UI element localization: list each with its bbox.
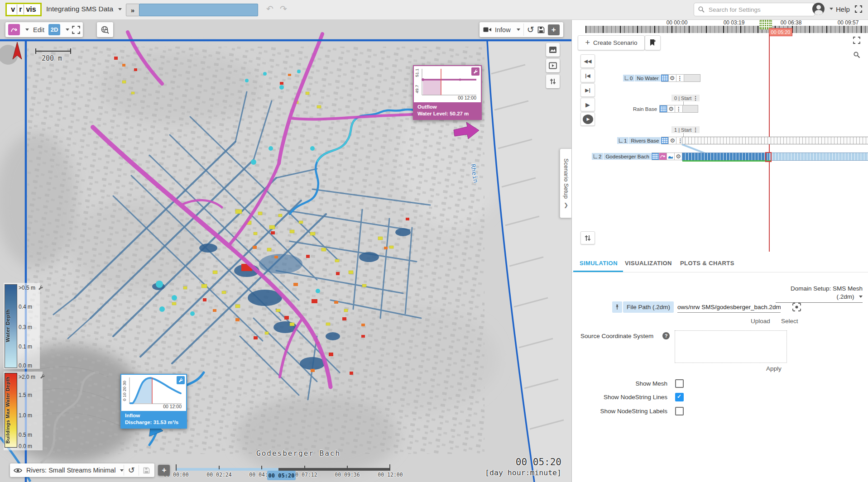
track-rivers-base[interactable]: 1 Rivers Base (617, 137, 684, 144)
start-marker[interactable]: 1 | Start (671, 126, 700, 133)
show-nodestring-labels-checkbox[interactable] (675, 407, 684, 415)
zoom-icon[interactable] (853, 51, 860, 58)
tab-visualization[interactable]: VISUALIZATION (625, 260, 672, 267)
marker-menu-icon[interactable] (693, 95, 698, 101)
track-grid-button[interactable] (661, 137, 669, 144)
track-rain-base[interactable]: Rain Base (633, 105, 698, 113)
account-chevron-icon[interactable] (830, 8, 833, 10)
track-settings-button[interactable] (675, 153, 682, 160)
track-name[interactable]: Godesberger Bach (604, 153, 652, 160)
create-scenario-button[interactable]: Create Scenario (578, 35, 645, 50)
file-path-input[interactable]: ows/nrw SMS/godesberger_bach.2dm (677, 301, 781, 313)
visibility-toggle[interactable] (11, 468, 24, 473)
rivers-layer-dropdown[interactable]: Rivers: Small Streams Minimal (24, 467, 117, 474)
add-camera-button[interactable]: + (548, 24, 560, 35)
timeline-current-chip[interactable]: 00 05:20 (267, 471, 296, 480)
timeline-brush-bar[interactable] (139, 4, 258, 16)
map-viewport[interactable]: 200 m Rhein Godesberger Bach 00 05:20 [d… (0, 19, 571, 482)
track-name[interactable]: No Water (635, 75, 661, 81)
popup-settings-button[interactable] (471, 67, 480, 76)
domain-setup-dropdown[interactable]: Domain Setup: SMS Mesh (.2dm) (776, 284, 863, 303)
track-menu-button[interactable] (675, 105, 683, 113)
outflow-popup[interactable]: 51.1 49.7 00 12:00 Outflow Water Level: … (413, 65, 482, 120)
track-grid-button[interactable] (659, 105, 667, 113)
skip-to-start-button[interactable]: | (580, 69, 595, 82)
play-button[interactable] (580, 98, 595, 111)
help-button[interactable]: Help (836, 5, 850, 13)
locate-search-button[interactable] (97, 22, 113, 37)
pending-segments[interactable] (769, 153, 868, 160)
edit-button[interactable]: Edit (32, 26, 46, 33)
godesberger-timeline-track[interactable] (682, 153, 868, 161)
tab-simulation[interactable]: SIMULATION (580, 260, 618, 267)
track-no-water[interactable]: 0 No Water (623, 74, 700, 82)
search-icon (698, 6, 705, 13)
marker-menu-icon[interactable] (693, 127, 698, 133)
track-godesberger-bach[interactable]: 2 Godesberger Bach (592, 153, 690, 160)
save-icon[interactable] (537, 26, 545, 33)
expand-panel-button[interactable]: » (126, 4, 139, 16)
rivers-base-timeline-track[interactable] (682, 137, 868, 144)
layer-style-button[interactable] (8, 24, 20, 35)
user-avatar[interactable] (812, 3, 825, 15)
start-marker[interactable]: 0 | Start (671, 95, 700, 101)
wave-icon (668, 154, 673, 159)
reset-view-icon[interactable]: ↺ (527, 24, 534, 35)
hydrograph-style-button[interactable] (659, 153, 667, 160)
popup-settings-button[interactable] (177, 376, 185, 384)
play-all-button[interactable]: ▶ (580, 112, 595, 126)
present-on-screen-button[interactable] (546, 59, 560, 72)
track-name[interactable]: Rivers Base (629, 137, 661, 144)
fullscreen-icon[interactable] (855, 5, 862, 13)
track-grid-button[interactable] (652, 153, 659, 160)
track-bar[interactable] (683, 105, 698, 113)
scenario-setup-tab[interactable]: Scenario Setup ❯ (560, 148, 571, 218)
bookmark-plus-icon (649, 39, 656, 47)
add-bookmark-button[interactable] (645, 35, 661, 50)
mode-2d-button[interactable]: 2D (48, 24, 60, 35)
wave-style-button[interactable] (667, 153, 675, 160)
reset-layer-button[interactable]: ↺ (124, 465, 139, 475)
track-settings-button[interactable] (667, 105, 675, 113)
display-settings-button[interactable] (546, 75, 560, 88)
apply-button[interactable]: Apply (766, 365, 782, 372)
help-icon[interactable]: ? (662, 332, 670, 339)
track-bar[interactable] (684, 74, 700, 82)
undo-redo-buttons[interactable]: ↶↷ (266, 4, 293, 14)
upload-button[interactable]: Upload (751, 318, 770, 325)
track-settings-button[interactable] (669, 74, 676, 82)
show-nodestring-lines-checkbox[interactable] (675, 393, 684, 401)
expand-view-icon[interactable] (72, 26, 80, 34)
source-crs-textarea[interactable] (675, 330, 787, 363)
mode-chevron-icon[interactable] (66, 29, 69, 31)
simulated-segments[interactable] (682, 153, 769, 160)
track-settings-button[interactable] (669, 137, 676, 144)
select-button[interactable]: Select (781, 318, 798, 325)
settings-search[interactable] (694, 3, 815, 16)
search-input[interactable] (708, 6, 800, 14)
inflow-popup[interactable]: 0 10 20 30 00 12:00 Inflow Discharge: 31… (120, 374, 187, 429)
track-grid-button[interactable] (661, 74, 669, 82)
wrench-icon[interactable] (38, 285, 43, 291)
pin-field-button[interactable] (612, 301, 622, 313)
layer-style-chevron-icon[interactable] (25, 29, 29, 31)
wrench-icon[interactable] (39, 373, 45, 379)
rivers-chevron-icon[interactable] (120, 469, 124, 472)
pick-on-map-icon[interactable] (792, 302, 801, 312)
skip-to-end-button[interactable]: | (580, 83, 595, 97)
current-time-badge[interactable]: 00 05:20 (769, 28, 792, 36)
show-mesh-checkbox[interactable] (675, 379, 684, 388)
timeline-settings-button[interactable] (580, 231, 595, 244)
screenshot-button[interactable] (546, 43, 560, 57)
add-layer-button[interactable]: + (158, 465, 170, 476)
timeline-ruler[interactable] (585, 26, 868, 33)
track-name[interactable]: Rain Base (633, 106, 659, 112)
fit-view-icon[interactable] (853, 37, 860, 44)
rewind-button[interactable] (580, 54, 595, 68)
save-layer-button[interactable] (139, 467, 153, 474)
camera-preset-dropdown[interactable]: Infow (495, 26, 511, 33)
camera-chevron-icon[interactable] (517, 29, 520, 31)
project-menu[interactable]: Integrating SMS Data (46, 5, 122, 13)
track-menu-button[interactable] (676, 74, 684, 82)
tab-plots-charts[interactable]: PLOTS & CHARTS (680, 260, 734, 267)
